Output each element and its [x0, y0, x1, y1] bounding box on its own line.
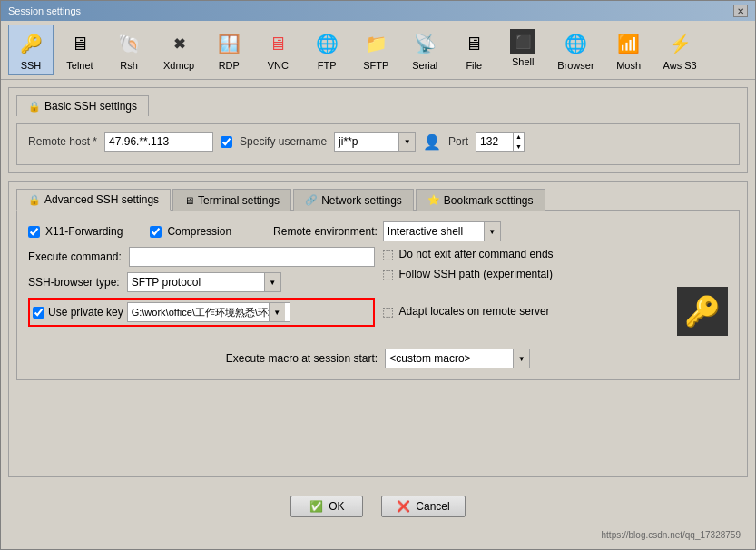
port-up-arrow[interactable]: ▲ [514, 133, 524, 142]
key-icon-box: 🔑 [677, 287, 728, 336]
serial-label: Serial [412, 60, 437, 71]
port-input[interactable] [476, 133, 513, 151]
tab-terminal[interactable]: 🖥 Terminal settings [172, 189, 291, 211]
toolbar-shell[interactable]: ⬛ Shell [500, 25, 545, 75]
adv-grid: X11-Forwarding Compression Remote enviro… [28, 221, 728, 368]
adv-lock-icon: 🔒 [28, 194, 41, 206]
title-bar: Session settings ✕ [1, 1, 755, 21]
remote-env-row: Remote environment: Interactive shell ▼ [273, 221, 501, 241]
ftp-label: FTP [318, 60, 337, 71]
serial-icon: 📡 [410, 29, 439, 58]
sftp-label: SFTP [363, 60, 388, 71]
ssh-browser-arrow[interactable]: ▼ [264, 273, 280, 291]
toolbar-telnet[interactable]: 🖥 Telnet [57, 25, 103, 75]
adapt-locales-row: ⬚ Adapt locales on remote server [382, 304, 550, 319]
private-key-checkbox[interactable] [33, 307, 44, 319]
x11-row: X11-Forwarding [28, 225, 123, 238]
username-value: ji**p [335, 135, 398, 148]
toolbar-file[interactable]: 🖥 File [451, 25, 496, 75]
remote-host-label: Remote host * [28, 135, 97, 148]
adapt-row: ⬚ Adapt locales on remote server 🔑 [382, 287, 729, 336]
remote-env-arrow[interactable]: ▼ [484, 222, 500, 241]
ok-button[interactable]: ✅ OK [290, 496, 363, 517]
basic-ssh-tab-label: Basic SSH settings [44, 100, 137, 113]
toolbar-sftp[interactable]: 📁 SFTP [353, 25, 398, 75]
port-down-arrow[interactable]: ▼ [514, 142, 524, 152]
shell-icon: ⬛ [510, 29, 535, 54]
do-not-exit-row: ⬚ Do not exit after command ends [382, 247, 729, 261]
toolbar-mosh[interactable]: 📶 Mosh [606, 25, 652, 75]
execute-cmd-input[interactable] [129, 247, 375, 267]
private-key-value: G:\work\office\工作环境熟悉\环境配置 [128, 306, 269, 319]
toolbar-xdmcp[interactable]: ✖ Xdmcp [155, 25, 202, 75]
username-select[interactable]: ji**p ▼ [334, 132, 416, 152]
tab-basic-ssh[interactable]: 🔒 Basic SSH settings [16, 95, 149, 116]
tab-advanced-ssh[interactable]: 🔒 Advanced SSH settings [16, 189, 171, 211]
telnet-label: Telnet [66, 60, 93, 71]
network-tab-icon: 🔗 [305, 194, 318, 206]
toolbar-vnc[interactable]: 🖥 VNC [255, 25, 300, 75]
browser-label: Browser [557, 60, 594, 71]
remote-env-label: Remote environment: [273, 225, 378, 238]
user-icon[interactable]: 👤 [423, 133, 441, 151]
toolbar-aws-s3[interactable]: ⚡ Aws S3 [655, 25, 705, 75]
toolbar-browser[interactable]: 🌐 Browser [549, 25, 602, 75]
toolbar-serial[interactable]: 📡 Serial [402, 25, 447, 75]
x11-checkbox[interactable] [28, 226, 40, 238]
private-key-select[interactable]: G:\work\office\工作环境熟悉\环境配置 ▼ [127, 302, 290, 322]
bookmark-tab-label: Bookmark settings [444, 194, 534, 207]
bookmark-tab-icon: ⭐ [427, 194, 440, 206]
session-settings-window: Session settings ✕ 🔑 SSH 🖥 Telnet 🐚 Rsh … [0, 0, 756, 550]
toolbar-ssh[interactable]: 🔑 SSH [8, 25, 54, 75]
watermark: https://blog.csdn.net/qq_17328759 [8, 528, 748, 542]
file-icon: 🖥 [459, 29, 488, 58]
advanced-ssh-section: 🔒 Advanced SSH settings 🖥 Terminal setti… [8, 181, 748, 477]
left-panel: Execute command: SSH-browser type: SFTP … [28, 247, 375, 336]
cancel-button[interactable]: ❌ Cancel [381, 496, 465, 517]
follow-ssh-label: Follow SSH path (experimental) [399, 268, 553, 280]
content-area: 🔒 Basic SSH settings Remote host * Speci… [1, 80, 755, 549]
browser-icon: 🌐 [561, 29, 590, 58]
toolbar-rdp[interactable]: 🪟 RDP [206, 25, 251, 75]
execute-macro-arrow[interactable]: ▼ [513, 349, 529, 368]
sftp-icon: 📁 [361, 29, 390, 58]
tab-bookmark[interactable]: ⭐ Bookmark settings [416, 189, 545, 211]
remote-env-select[interactable]: Interactive shell ▼ [383, 221, 501, 241]
aws-s3-icon: ⚡ [665, 29, 694, 58]
execute-cmd-label: Execute command: [28, 250, 122, 263]
private-key-label: Use private key [48, 306, 123, 319]
close-button[interactable]: ✕ [733, 5, 748, 17]
specify-username-checkbox[interactable] [221, 136, 232, 148]
watermark-text: https://blog.csdn.net/qq_17328759 [602, 530, 741, 540]
basic-ssh-content: Remote host * Specify username ji**p ▼ 👤… [16, 123, 740, 165]
button-row: ✅ OK ❌ Cancel [8, 485, 748, 521]
window-title: Session settings [8, 5, 81, 16]
toolbar-rsh[interactable]: 🐚 Rsh [106, 25, 152, 75]
tab-network[interactable]: 🔗 Network settings [293, 189, 414, 211]
remote-host-input[interactable] [104, 132, 213, 152]
ssh-browser-select[interactable]: SFTP protocol ▼ [127, 272, 281, 292]
port-spinner[interactable]: ▲ ▼ [476, 132, 525, 152]
ftp-icon: 🌐 [312, 29, 341, 58]
vnc-icon: 🖥 [263, 29, 292, 58]
private-key-arrow[interactable]: ▼ [269, 303, 285, 321]
execute-macro-label: Execute macro at session start: [226, 352, 378, 365]
x11-label: X11-Forwarding [45, 225, 123, 238]
network-tab-label: Network settings [321, 194, 402, 207]
toolbar-ftp[interactable]: 🌐 FTP [304, 25, 349, 75]
cancel-icon: ❌ [397, 500, 410, 513]
right-panel: ⬚ Do not exit after command ends ⬚ Follo… [382, 247, 729, 336]
execute-macro-select[interactable]: <custom macro> ▼ [385, 349, 530, 368]
ssh-browser-value: SFTP protocol [128, 276, 264, 289]
specify-username-label: Specify username [240, 135, 327, 148]
remote-host-row: Remote host * Specify username ji**p ▼ 👤… [28, 132, 728, 152]
username-arrow[interactable]: ▼ [398, 133, 415, 151]
cancel-label: Cancel [416, 500, 449, 513]
remote-env-value: Interactive shell [384, 225, 484, 238]
compression-checkbox[interactable] [150, 226, 162, 238]
ssh-browser-label: SSH-browser type: [28, 276, 120, 289]
port-arrows[interactable]: ▲ ▼ [513, 133, 524, 151]
telnet-icon: 🖥 [65, 29, 94, 58]
mosh-icon: 📶 [614, 29, 643, 58]
key-icon: 🔑 [684, 294, 721, 329]
